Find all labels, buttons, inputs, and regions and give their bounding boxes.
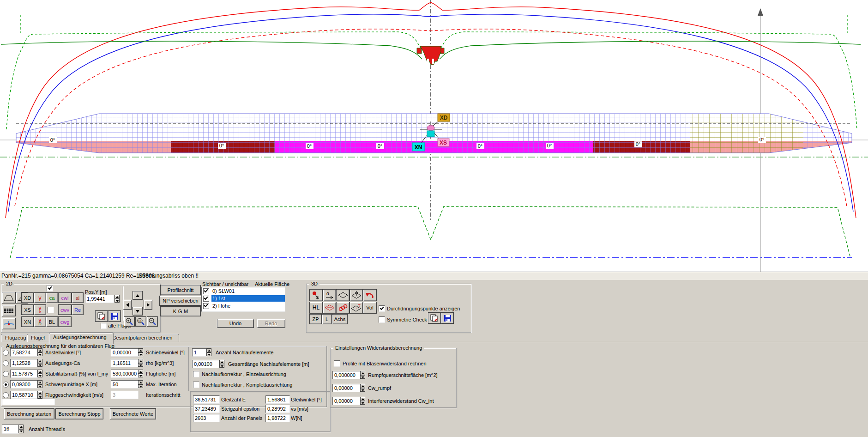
tab-auslegungsberechnung[interactable]: Auslegungsberechnung [49, 333, 114, 344]
redo-button[interactable]: Redo [257, 319, 285, 328]
auslegungs-ca-input[interactable]: 1,12528 [10, 359, 38, 367]
np-verschieben-button[interactable]: NP verschieben [159, 296, 202, 306]
profilschnitt-button[interactable]: Profilschnitt [160, 285, 201, 295]
copy-3d-button[interactable] [428, 312, 441, 324]
panel-red-button[interactable] [323, 302, 336, 314]
symmetrie-check-checkbox[interactable] [379, 316, 385, 323]
tab-gesamtpolaren[interactable]: Gesamtpolaren berechnen [108, 334, 179, 342]
xs-label[interactable]: XS [438, 139, 449, 146]
copy-image-button[interactable] [95, 310, 108, 322]
hl-button[interactable]: HL [309, 302, 323, 314]
plane-view-button[interactable] [2, 318, 16, 329]
rumpfquerschnitt-input[interactable]: 0,000000 [332, 371, 361, 379]
save-3d-button[interactable] [441, 312, 454, 324]
radio-schwerpunktlage[interactable] [3, 382, 9, 388]
nachlaufelemente-spinner[interactable] [206, 348, 211, 356]
gamma-v-button[interactable]: γv [34, 304, 46, 315]
nachlaufkorrektur-einzel-checkbox[interactable] [193, 371, 199, 377]
max-iteration-input[interactable]: 50 [111, 380, 139, 388]
pos-y-spinner[interactable] [115, 295, 120, 303]
cwv-button[interactable]: cwv [58, 304, 72, 315]
surface-list-item[interactable]: 1) 1st [202, 295, 285, 302]
cw-int-input[interactable]: 0,00000 [332, 397, 361, 405]
ai-button[interactable]: ai [72, 292, 84, 303]
anstellwinkel-input[interactable]: 7,58274 [10, 348, 38, 357]
threads-input[interactable]: 16 [2, 425, 19, 434]
zoom-1-1-button[interactable]: 1:1 [135, 316, 146, 327]
berechnete-werte-button[interactable]: Berechnete Werte [110, 408, 156, 419]
bl-button[interactable]: BL [46, 316, 58, 327]
pan-up-button[interactable] [133, 291, 143, 300]
cwg-button[interactable]: cwg [58, 316, 72, 327]
wing-plot-canvas[interactable]: 0° 0° 0° 0° 0° 0° 0° 0° XD XS XN [0, 0, 868, 272]
panel-points-button[interactable] [309, 289, 323, 301]
surface-visible-checkbox[interactable] [203, 288, 209, 294]
pan-down-button[interactable] [133, 307, 143, 316]
radio-auslegungs-ca[interactable] [3, 360, 9, 366]
berechnung-stopp-button[interactable]: Berechnung Stopp [55, 408, 103, 419]
re-button[interactable]: Re [72, 304, 84, 315]
gamma-d-button[interactable]: γD [34, 316, 46, 327]
achs-button[interactable]: Achs [332, 314, 348, 324]
cw-rumpf-input[interactable]: 0,00000 [332, 384, 361, 392]
surface-visible-checkbox[interactable] [203, 303, 209, 309]
wake-spiral-button[interactable] [336, 302, 350, 314]
surface-list-item[interactable]: 0) SLW01 [202, 287, 285, 295]
pan-right-button[interactable] [144, 300, 152, 310]
durchdringung-checkbox[interactable] [379, 305, 385, 312]
fluggeschwindigkeit-spinner[interactable] [37, 391, 42, 399]
gamma-button[interactable]: γ [34, 292, 46, 303]
surface-visible-checkbox[interactable] [203, 296, 209, 302]
berechnung-starten-button[interactable]: Berechnung starten [4, 408, 54, 419]
radio-anstellwinkel[interactable] [3, 350, 9, 356]
radio-stabilitaetsmass[interactable] [3, 371, 9, 377]
schwerpunktlage-input[interactable]: 0,09300 [10, 380, 38, 388]
front-view-button[interactable] [2, 305, 16, 316]
stabilitaetsmass-input[interactable]: 11,57875 [10, 370, 38, 378]
stabilitaetsmass-spinner[interactable] [37, 370, 42, 377]
save-button[interactable] [108, 310, 121, 322]
blasenwiderstand-checkbox[interactable] [334, 360, 340, 367]
cwi-button[interactable]: cwi [58, 292, 72, 303]
pan-left-button[interactable] [123, 300, 132, 310]
xs-button[interactable]: XS [21, 304, 34, 315]
rumpfquerschnitt-spinner[interactable] [360, 371, 365, 379]
xd-button[interactable]: XD [21, 292, 34, 303]
xd-label[interactable]: XD [438, 114, 450, 121]
vol-button[interactable]: Vol [363, 302, 377, 314]
wing-planform-view-button[interactable] [2, 292, 16, 303]
zp-button[interactable]: ZP [309, 314, 322, 324]
ca-button[interactable]: ca [46, 292, 58, 303]
cw-rumpf-spinner[interactable] [360, 384, 365, 392]
panel-normal-button[interactable] [350, 302, 363, 314]
fluggeschwindigkeit-input[interactable]: 10,58710 [10, 391, 38, 399]
zoom-in-button[interactable] [124, 316, 135, 327]
schiebewinkel-input[interactable]: 0,00000 [111, 348, 139, 357]
flughoehe-spinner[interactable] [138, 370, 143, 377]
surface-list-item[interactable]: 2) Höhe [202, 302, 285, 310]
cw-int-spinner[interactable] [360, 397, 365, 405]
radio-fluggeschwindigkeit[interactable] [3, 392, 9, 398]
rho-input[interactable]: 1,16511 [111, 359, 139, 367]
flughoehe-input[interactable]: 530,00000 [111, 370, 139, 378]
surface-flat-button[interactable] [336, 289, 350, 301]
auslegungs-ca-spinner[interactable] [37, 359, 42, 367]
schwerpunktlage-spinner[interactable] [37, 380, 42, 388]
nachlaufkorrektur-komplett-checkbox[interactable] [193, 382, 199, 388]
threads-spinner[interactable] [18, 425, 24, 433]
schiebewinkel-spinner[interactable] [138, 348, 143, 356]
rho-spinner[interactable] [138, 359, 143, 367]
nachlauf-laenge-input[interactable]: 0,00100 [192, 360, 220, 368]
nachlauf-laenge-spinner[interactable] [219, 360, 224, 368]
xn-button[interactable]: XN [21, 316, 34, 327]
row2-checkbox[interactable] [48, 307, 54, 313]
nachlaufelemente-input[interactable]: 1 [192, 348, 207, 357]
kgm-button[interactable]: K-G-M [160, 306, 201, 316]
max-iteration-spinner[interactable] [138, 380, 143, 388]
alpha-view-button[interactable]: α [323, 289, 336, 301]
surface-move-button[interactable] [350, 289, 363, 301]
l-button[interactable]: L [322, 314, 332, 324]
pos-y-input[interactable]: 1,99441 [85, 295, 114, 303]
alle-fluegel-checkbox[interactable] [101, 323, 107, 329]
surface-list[interactable]: 0) SLW01 1) 1st 2) Höhe [201, 287, 285, 312]
